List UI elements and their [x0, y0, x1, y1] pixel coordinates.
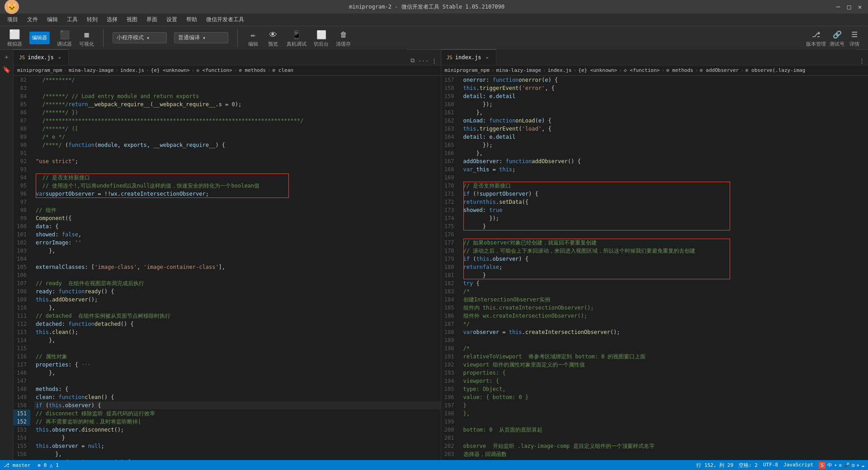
details-icon[interactable]: ☰: [848, 28, 861, 41]
code-line: onerror: function onerror(e) {: [462, 76, 868, 84]
code-line: return this.setData({: [462, 198, 868, 206]
preview-icon[interactable]: 👁: [267, 28, 279, 41]
bc-miniprogram-npm[interactable]: miniprogram_npm: [17, 67, 62, 73]
right-tab-index-js[interactable]: JS index.js ✕: [441, 49, 496, 65]
code-line: [462, 230, 868, 239]
code-line: [34, 271, 441, 279]
edit-icon[interactable]: ✏: [247, 28, 259, 41]
menu-tool[interactable]: 工具: [63, 15, 81, 24]
code-line: },: [34, 369, 441, 377]
code-line: }: [462, 401, 868, 409]
code-line: // disconnect 移除监听 提高代码的运行效率: [34, 409, 441, 418]
left-tab-close[interactable]: ✕: [57, 54, 63, 61]
version-btn-group: ⎇ 版本管理: [806, 28, 826, 47]
main-area: + 🔖 JS index.js ✕ ⧉ ··· ⋮: [0, 50, 868, 460]
code-line: [462, 174, 868, 182]
left-pane-more-btn[interactable]: ⋮: [430, 56, 439, 65]
code-line: 选择器，回调函数: [462, 450, 868, 458]
menu-view[interactable]: 视图: [123, 15, 141, 24]
right-tab-close[interactable]: ✕: [484, 54, 491, 61]
code-line: properties: {: [462, 369, 868, 377]
compile-dropdown[interactable]: 普通编译 ▾: [174, 32, 228, 43]
left-editor-pane: 8283848586 8788899091 9293949596 9798991…: [14, 76, 441, 460]
cut-scene-icon[interactable]: ⬜: [315, 28, 328, 41]
code-line: /******/ ([: [34, 125, 441, 133]
code-line: if (this.observer) {: [462, 255, 868, 263]
code-line: this.triggerEvent('error', {: [462, 84, 868, 92]
version-icon[interactable]: ⎇: [810, 28, 822, 41]
simulator-group: ⬜ 模拟器: [7, 28, 22, 47]
code-line: },: [462, 108, 868, 117]
activity-add-icon[interactable]: +: [1, 52, 12, 62]
code-line: */: [462, 458, 868, 460]
right-pane-more-btn[interactable]: ⋮: [857, 56, 866, 65]
menu-project[interactable]: 项目: [4, 15, 22, 24]
menu-file[interactable]: 文件: [24, 15, 42, 24]
menu-edit[interactable]: 编辑: [43, 15, 61, 24]
editor-container: JS index.js ✕ ⧉ ··· ⋮ JS index.js ✕: [14, 50, 868, 460]
bc-mina-lazy-image[interactable]: mina-lazy-image: [69, 67, 113, 73]
code-line: },: [34, 304, 441, 312]
minimize-button[interactable]: ─: [835, 3, 842, 10]
visual-label: 可视化: [79, 41, 94, 47]
real-debug-icon[interactable]: 📱: [290, 28, 303, 41]
clear-cache-icon[interactable]: 🗑: [337, 28, 350, 41]
code-line: viewport 组件的属性对象里面定义的一个属性值: [462, 361, 868, 369]
code-line: "use strict";: [34, 157, 441, 165]
left-code-content[interactable]: /********/ /******/ // Load entry module…: [34, 76, 441, 460]
code-line: }: [462, 222, 868, 230]
right-code-area[interactable]: 157158159160161 162163164165166 16716816…: [441, 76, 868, 460]
left-pane-overflow-btn[interactable]: ···: [419, 56, 428, 65]
close-button[interactable]: ✕: [856, 3, 863, 10]
debugger-icon[interactable]: ⬛: [58, 28, 71, 41]
bc-index-js[interactable]: index.js: [120, 67, 144, 73]
test-icon[interactable]: 🔗: [831, 28, 844, 41]
code-line: /*: [462, 287, 868, 296]
code-line: [34, 165, 441, 174]
window-title: miniprogram-2 - 微信开发者工具 Stable 1.05.2107…: [19, 3, 835, 11]
real-debug-btn-group: 📱 真机调试: [287, 28, 307, 47]
code-line: 组件内 this.createIntersectionObserver();: [462, 304, 868, 312]
statusbar-errors: ⊗ 0 △ 1: [38, 462, 58, 468]
code-line: type: Object,: [462, 385, 868, 393]
left-code-area[interactable]: 8283848586 8788899091 9293949596 9798991…: [14, 76, 441, 460]
input-method-icons: S 中 • ⊙ 🎤 ⊡ ✈ ☁: [819, 462, 864, 469]
code-line: methods: {: [34, 385, 441, 393]
menu-goto[interactable]: 转到: [83, 15, 101, 24]
code-line: errorImage: '': [34, 239, 441, 247]
code-line: /***************************************…: [34, 117, 441, 125]
titlebar: 🐱 miniprogram-2 - 微信开发者工具 Stable 1.05.21…: [0, 0, 868, 14]
editor-group: 编辑器: [29, 32, 50, 44]
code-line: /* e */: [34, 133, 441, 141]
activity-bookmark-icon[interactable]: 🔖: [1, 64, 12, 75]
code-line: ready: function ready() {: [34, 287, 441, 296]
mode-dropdown[interactable]: 小程序模式 ▾: [113, 32, 167, 43]
code-line: showed: false,: [34, 230, 441, 239]
left-pane-split-btn[interactable]: ⧉: [408, 56, 417, 65]
menu-help[interactable]: 帮助: [183, 15, 201, 24]
menu-settings[interactable]: 设置: [163, 15, 181, 24]
statusbar-language[interactable]: JavaScript: [783, 462, 813, 469]
code-line: [34, 255, 441, 263]
simulator-icon[interactable]: ⬜: [9, 28, 21, 41]
editor-icon[interactable]: 编辑器: [29, 32, 50, 44]
menu-interface[interactable]: 界面: [143, 15, 161, 24]
menu-select[interactable]: 选择: [103, 15, 121, 24]
menu-wechat-devtools[interactable]: 微信开发者工具: [203, 15, 248, 24]
real-debug-label: 真机调试: [287, 41, 307, 47]
avatar[interactable]: 🐱: [5, 0, 19, 14]
maximize-button[interactable]: □: [845, 3, 853, 10]
visual-icon[interactable]: ▦: [80, 28, 93, 41]
code-line: [462, 336, 868, 344]
right-tab-label: index.js: [455, 54, 481, 61]
right-code-content[interactable]: onerror: function onerror(e) { this.trig…: [462, 76, 868, 460]
code-line: },: [462, 409, 868, 418]
cut-scene-btn-group: ⬜ 切后台: [314, 28, 329, 47]
preview-btn-group: 👁 预览: [267, 28, 279, 47]
code-line: [34, 84, 441, 92]
code-line: if (this.observer) {: [34, 401, 441, 409]
code-line: this.triggerEvent('load', {: [462, 125, 868, 133]
left-tab-index-js[interactable]: JS index.js ✕: [14, 49, 69, 65]
statusbar-branch[interactable]: ⎇ master: [4, 462, 30, 468]
visual-group: ▦ 可视化: [79, 28, 94, 47]
